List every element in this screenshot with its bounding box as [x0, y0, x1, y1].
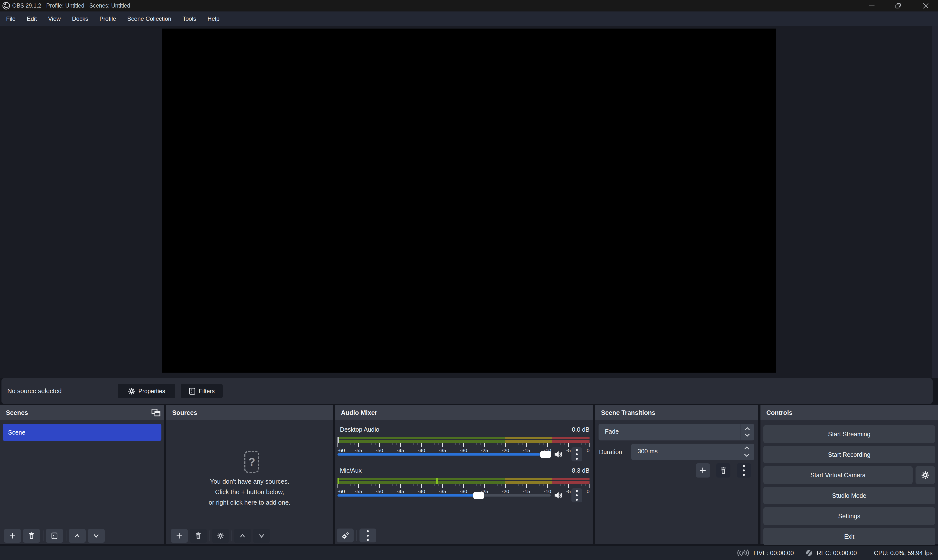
- trash-icon: [28, 532, 35, 539]
- settings-button[interactable]: Settings: [764, 507, 935, 525]
- plus-icon: [9, 533, 15, 539]
- volume-slider[interactable]: [338, 453, 551, 455]
- volume-meter: [338, 478, 589, 480]
- toolbar-divider: [231, 531, 232, 541]
- volume-slider[interactable]: [338, 494, 551, 497]
- spin-down-icon: [744, 433, 750, 437]
- menu-view[interactable]: View: [43, 15, 66, 22]
- obs-logo-icon: [2, 2, 10, 10]
- peak-marker: [436, 478, 438, 484]
- filters-button[interactable]: Filters: [181, 384, 223, 398]
- source-properties-button[interactable]: [212, 529, 229, 543]
- sources-empty-text: You don't have any sources. Click the + …: [164, 476, 335, 508]
- menu-tools[interactable]: Tools: [177, 15, 202, 22]
- menu-bar: File Edit View Docks Profile Scene Colle…: [0, 11, 938, 26]
- source-up-button[interactable]: [234, 529, 251, 543]
- stream-inactive-icon: [736, 548, 750, 558]
- add-source-button[interactable]: [171, 529, 188, 543]
- filters-icon: [189, 388, 196, 395]
- remove-scene-button[interactable]: [23, 529, 40, 543]
- remove-transition-button[interactable]: [716, 463, 730, 477]
- trash-icon: [720, 467, 727, 474]
- speaker-icon[interactable]: [553, 449, 563, 459]
- empty-line-1: You don't have any sources.: [164, 476, 335, 487]
- duration-label: Duration: [599, 448, 622, 455]
- menu-scene-collection[interactable]: Scene Collection: [122, 15, 177, 22]
- meter-scale: -60 -55 -50 -45 -40 -35 -30 -25 -20 -15 …: [338, 443, 589, 458]
- chevron-up-icon: [74, 533, 80, 538]
- add-transition-button[interactable]: [696, 463, 710, 477]
- properties-button[interactable]: Properties: [118, 384, 175, 398]
- record-inactive-icon: [805, 548, 813, 558]
- volume-slider-handle[interactable]: [540, 451, 551, 458]
- gear-icon: [128, 388, 135, 395]
- channel-menu-button[interactable]: [571, 488, 582, 502]
- spin-down-icon: [744, 453, 750, 457]
- channel-menu-button[interactable]: [571, 447, 582, 462]
- virtual-camera-settings-button[interactable]: [916, 466, 935, 484]
- volume-slider-fill: [338, 494, 479, 497]
- sources-header[interactable]: Sources: [166, 405, 333, 420]
- scenes-header[interactable]: Scenes: [0, 405, 164, 420]
- menu-file[interactable]: File: [0, 15, 21, 22]
- chevron-down-icon: [258, 533, 265, 538]
- empty-line-2: Click the + button below,: [164, 487, 335, 497]
- peak-marker: [338, 478, 339, 484]
- window-title: OBS 29.1.2 - Profile: Untitled - Scenes:…: [12, 0, 130, 11]
- remove-source-button[interactable]: [190, 529, 207, 543]
- peak-marker: [338, 437, 339, 443]
- menu-help[interactable]: Help: [202, 15, 225, 22]
- obs-window: OBS 29.1.2 - Profile: Untitled - Scenes:…: [0, 0, 938, 560]
- trash-icon: [195, 532, 202, 539]
- exit-button[interactable]: Exit: [764, 528, 935, 545]
- channel-name: Desktop Audio: [340, 426, 379, 433]
- close-button[interactable]: [913, 0, 938, 11]
- volume-slider-handle[interactable]: [473, 492, 484, 499]
- mixer-title: Audio Mixer: [335, 409, 377, 417]
- start-streaming-button[interactable]: Start Streaming: [764, 425, 935, 443]
- transition-select[interactable]: Fade: [599, 424, 754, 440]
- scene-up-button[interactable]: [69, 529, 86, 543]
- add-scene-button[interactable]: [4, 529, 21, 543]
- speaker-icon[interactable]: [553, 491, 563, 500]
- menu-edit[interactable]: Edit: [21, 15, 43, 22]
- duration-spinbox[interactable]: 300 ms: [631, 444, 754, 460]
- volume-meter: [338, 437, 589, 439]
- transitions-header[interactable]: Scene Transitions: [595, 405, 758, 420]
- sources-title: Sources: [166, 409, 197, 417]
- gear-icon: [217, 532, 224, 539]
- filters-icon: [51, 532, 58, 539]
- mixer-menu-button[interactable]: [359, 529, 376, 542]
- controls-title: Controls: [761, 409, 793, 417]
- plus-icon: [176, 533, 182, 539]
- advanced-audio-button[interactable]: [337, 529, 353, 542]
- double-gear-icon: [341, 532, 349, 540]
- popout-icon[interactable]: [151, 408, 161, 417]
- spin-up-icon: [744, 427, 750, 431]
- scene-filters-button[interactable]: [46, 529, 63, 543]
- scenes-title: Scenes: [0, 409, 28, 417]
- minimize-button[interactable]: [859, 0, 884, 11]
- transition-menu-button[interactable]: [737, 463, 751, 477]
- controls-header[interactable]: Controls: [761, 405, 938, 420]
- menu-docks[interactable]: Docks: [66, 15, 94, 22]
- start-virtual-camera-button[interactable]: Start Virtual Camera: [764, 466, 913, 484]
- scene-down-button[interactable]: [88, 529, 105, 543]
- mixer-header[interactable]: Audio Mixer: [335, 405, 593, 420]
- preview-canvas[interactable]: [162, 29, 776, 372]
- duration-value: 300 ms: [638, 448, 658, 455]
- spin-up-icon: [744, 446, 750, 450]
- toolbar-divider: [66, 531, 66, 541]
- start-recording-button[interactable]: Start Recording: [764, 446, 935, 463]
- maximize-button[interactable]: [886, 0, 910, 11]
- chevron-up-icon: [239, 533, 246, 538]
- filters-label: Filters: [199, 388, 214, 395]
- plus-icon: [699, 467, 706, 474]
- menu-profile[interactable]: Profile: [94, 15, 122, 22]
- minimize-icon: [869, 2, 875, 9]
- studio-mode-button[interactable]: Studio Mode: [764, 487, 935, 505]
- source-down-button[interactable]: [253, 529, 270, 543]
- scene-list-item[interactable]: Scene: [3, 424, 161, 441]
- no-source-icon: ?: [244, 451, 259, 473]
- window-edge: [932, 26, 938, 378]
